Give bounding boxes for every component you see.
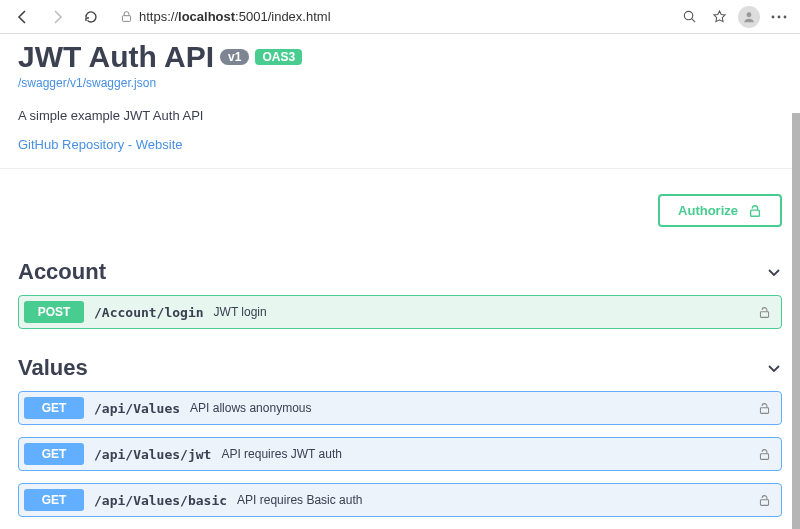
svg-point-3 xyxy=(772,15,775,18)
method-badge: POST xyxy=(24,301,84,323)
svg-rect-6 xyxy=(751,210,760,216)
svg-rect-7 xyxy=(760,311,768,317)
svg-point-5 xyxy=(784,15,787,18)
svg-rect-9 xyxy=(760,453,768,459)
authorize-section: Authorize xyxy=(0,168,800,245)
back-button[interactable] xyxy=(10,4,36,30)
endpoint-path: /api/Values xyxy=(94,401,180,416)
search-icon[interactable] xyxy=(678,6,700,28)
lock-icon xyxy=(758,448,771,461)
authorize-label: Authorize xyxy=(678,203,738,218)
authorize-button[interactable]: Authorize xyxy=(658,194,782,227)
url-text: https://localhost:5001/index.html xyxy=(139,9,331,24)
api-description: A simple example JWT Auth API xyxy=(18,108,782,123)
external-link[interactable]: GitHub Repository - Website xyxy=(18,137,183,152)
svg-rect-0 xyxy=(122,16,130,22)
section-title: Values xyxy=(18,355,88,381)
endpoint-summary: API requires JWT auth xyxy=(221,447,342,461)
operation-row[interactable]: GET/api/Values/basicAPI requires Basic a… xyxy=(18,483,782,517)
section-title: Account xyxy=(18,259,106,285)
refresh-button[interactable] xyxy=(78,4,104,30)
browser-toolbar: https://localhost:5001/index.html xyxy=(0,0,800,34)
chevron-down-icon xyxy=(766,264,782,280)
oas-badge: OAS3 xyxy=(255,49,302,65)
section-header-account[interactable]: Account xyxy=(18,245,782,295)
lock-open-icon xyxy=(748,204,762,218)
operation-row[interactable]: GET/api/ValuesAPI allows anonymous xyxy=(18,391,782,425)
lock-icon xyxy=(758,402,771,415)
forward-button[interactable] xyxy=(44,4,70,30)
svg-rect-8 xyxy=(760,407,768,413)
svg-point-4 xyxy=(778,15,781,18)
endpoint-summary: API requires Basic auth xyxy=(237,493,362,507)
scrollbar[interactable] xyxy=(792,113,800,529)
page-title: JWT Auth API xyxy=(18,40,214,74)
svg-rect-10 xyxy=(760,499,768,505)
lock-icon xyxy=(758,306,771,319)
menu-icon[interactable] xyxy=(768,6,790,28)
lock-icon xyxy=(120,10,133,23)
endpoint-summary: JWT login xyxy=(214,305,267,319)
operation-row[interactable]: POST/Account/loginJWT login xyxy=(18,295,782,329)
method-badge: GET xyxy=(24,397,84,419)
operation-row[interactable]: GET/api/Values/jwtAPI requires JWT auth xyxy=(18,437,782,471)
endpoints-container: AccountPOST/Account/loginJWT loginValues… xyxy=(0,245,800,517)
svg-point-1 xyxy=(684,11,692,19)
endpoint-path: /api/Values/basic xyxy=(94,493,227,508)
endpoint-summary: API allows anonymous xyxy=(190,401,311,415)
method-badge: GET xyxy=(24,489,84,511)
page-header: JWT Auth API v1 OAS3 /swagger/v1/swagger… xyxy=(0,34,800,168)
endpoint-path: /Account/login xyxy=(94,305,204,320)
section-header-values[interactable]: Values xyxy=(18,341,782,391)
method-badge: GET xyxy=(24,443,84,465)
spec-link[interactable]: /swagger/v1/swagger.json xyxy=(18,76,156,90)
profile-avatar[interactable] xyxy=(738,6,760,28)
favorite-icon[interactable] xyxy=(708,6,730,28)
url-bar[interactable]: https://localhost:5001/index.html xyxy=(112,9,670,24)
svg-point-2 xyxy=(747,12,752,17)
version-badge: v1 xyxy=(220,49,249,65)
lock-icon xyxy=(758,494,771,507)
endpoint-path: /api/Values/jwt xyxy=(94,447,211,462)
chevron-down-icon xyxy=(766,360,782,376)
